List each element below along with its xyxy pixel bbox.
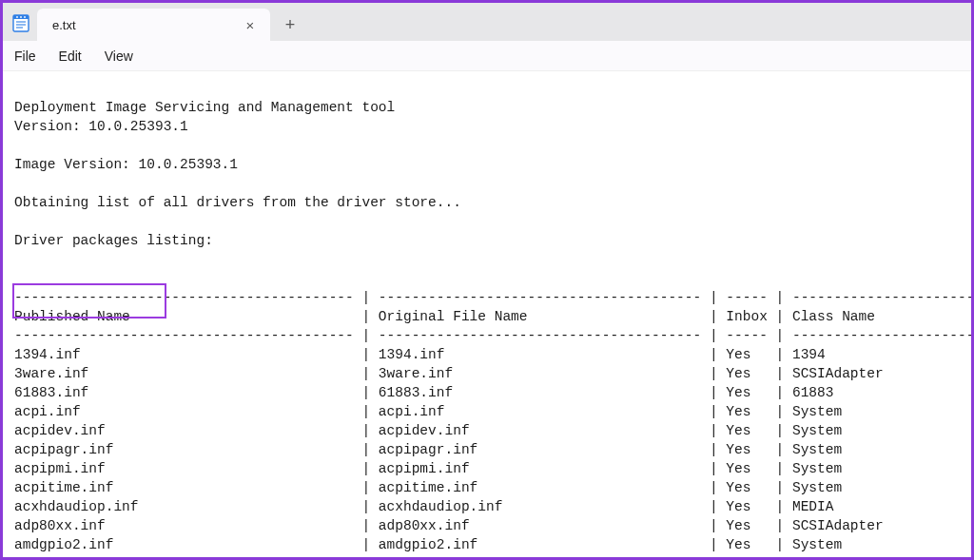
menu-view[interactable]: View — [105, 48, 133, 64]
menu-edit[interactable]: Edit — [59, 48, 82, 64]
tab-title: e.txt — [47, 18, 240, 32]
new-tab-button[interactable]: + — [274, 9, 306, 41]
menu-bar: File Edit View — [3, 41, 971, 71]
close-icon[interactable]: × — [240, 14, 261, 35]
svg-point-2 — [16, 16, 18, 18]
svg-point-3 — [20, 16, 22, 18]
notepad-icon — [10, 12, 31, 33]
menu-file[interactable]: File — [14, 48, 36, 64]
tab-etxt[interactable]: e.txt × — [37, 9, 270, 41]
title-bar: e.txt × + — [3, 3, 971, 41]
svg-point-4 — [24, 16, 26, 18]
text-content[interactable]: Deployment Image Servicing and Managemen… — [3, 71, 971, 560]
